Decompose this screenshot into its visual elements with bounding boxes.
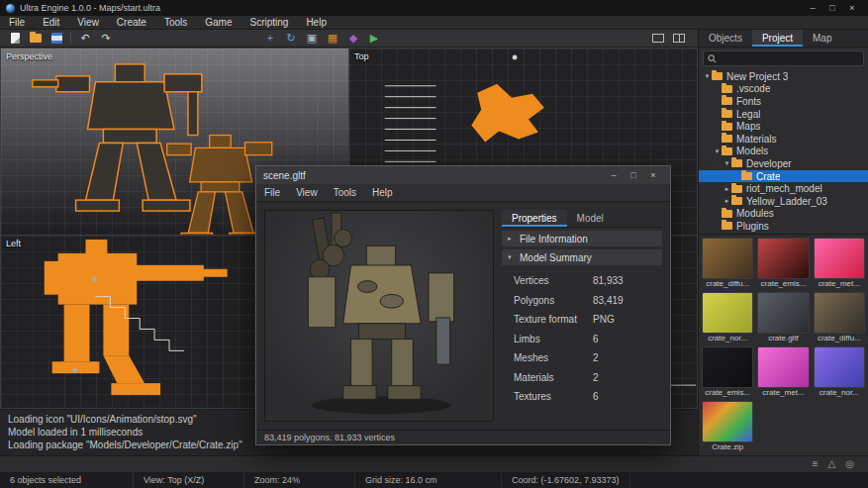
model-minimize-button[interactable]: – <box>604 170 624 180</box>
undo-button[interactable]: ↶ <box>76 31 94 47</box>
folder-icon <box>712 72 723 80</box>
search-input[interactable] <box>720 53 859 64</box>
tree-expand-icon[interactable]: ▾ <box>723 159 731 167</box>
redo-button[interactable]: ↷ <box>97 31 115 47</box>
property-value: 6 <box>593 391 599 402</box>
tree-item-crate[interactable]: Crate <box>699 170 868 183</box>
menu-tools[interactable]: Tools <box>155 16 196 30</box>
folder-icon <box>722 210 732 218</box>
material-editor-button[interactable]: ◆ <box>344 31 362 47</box>
tree-expand-icon[interactable]: ▸ <box>723 197 731 205</box>
section-model-summary[interactable]: ▾ Model Summary <box>502 249 662 265</box>
menu-scripting[interactable]: Scripting <box>241 16 297 30</box>
tree-item-label: riot_mech_model <box>746 183 822 194</box>
tree-item-riot-mech-model[interactable]: ▸ riot_mech_model <box>699 182 868 195</box>
model-menu-file[interactable]: File <box>256 186 288 200</box>
model-close-button[interactable]: × <box>643 170 663 180</box>
asset-crate-zip[interactable]: Crate.zip <box>702 401 753 452</box>
new-file-button[interactable] <box>6 31 24 47</box>
rotate-tool-button[interactable]: ↻ <box>282 31 300 47</box>
tree-item-modules[interactable]: Modules <box>699 208 868 221</box>
asset-thumbnail <box>814 238 865 279</box>
asset-crate-nor[interactable]: crate_nor... <box>814 346 865 398</box>
menu-edit[interactable]: Edit <box>34 16 68 30</box>
tree-item-developer[interactable]: ▾ Developer <box>699 157 868 170</box>
run-game-button[interactable]: ▶ <box>365 31 383 47</box>
app-icon <box>6 4 15 13</box>
folder-icon <box>731 197 742 205</box>
model-window-title-bar[interactable]: scene.gltf – □ × <box>256 166 670 184</box>
warnings-filter-icon[interactable]: △ <box>828 459 836 469</box>
menu-file[interactable]: File <box>0 16 34 30</box>
asset-crate-nor[interactable]: crate_nor... <box>702 292 753 343</box>
tree-item-vscode[interactable]: .vscode <box>699 83 868 96</box>
tree-item-label: Plugins <box>736 221 769 232</box>
menu-view[interactable]: View <box>68 16 108 30</box>
split-viewport-button[interactable] <box>670 31 688 47</box>
single-viewport-icon <box>652 34 664 43</box>
tree-expand-icon[interactable]: ▸ <box>723 185 731 193</box>
translate-tool-button[interactable]: + <box>261 31 279 47</box>
open-project-button[interactable] <box>27 31 45 47</box>
model-menu-tools[interactable]: Tools <box>326 186 364 200</box>
viewport-label-top: Top <box>354 51 369 61</box>
model-tab-properties[interactable]: Properties <box>502 210 567 227</box>
asset-label: crate_emis... <box>757 279 809 289</box>
toolbar: ↶↷ +↻▣▦◆▶ <box>0 30 698 48</box>
asset-crate-met[interactable]: crate_met... <box>757 346 809 398</box>
menu-help[interactable]: Help <box>297 16 336 30</box>
asset-crate-emis[interactable]: crate_emis... <box>702 346 753 398</box>
tree-expand-icon[interactable]: ▾ <box>703 72 712 80</box>
maximize-button[interactable]: □ <box>822 3 842 13</box>
tree-item-fonts[interactable]: Fonts <box>699 95 868 108</box>
model-window-tabs: PropertiesModel <box>502 210 662 228</box>
asset-label: crate_diffu... <box>702 279 753 289</box>
create-brush-button[interactable]: ▦ <box>324 31 341 47</box>
tree-item-legal[interactable]: Legal <box>699 108 868 121</box>
single-viewport-button[interactable] <box>649 31 667 47</box>
folder-icon <box>722 85 732 93</box>
search-box <box>703 50 864 66</box>
model-tab-model[interactable]: Model <box>567 210 614 227</box>
folder-icon <box>722 110 732 118</box>
tab-objects[interactable]: Objects <box>699 30 752 47</box>
model-maximize-button[interactable]: □ <box>624 170 643 180</box>
model-menu-help[interactable]: Help <box>364 186 401 200</box>
tree-item-plugins[interactable]: Plugins <box>699 220 868 233</box>
tree-item-materials[interactable]: Materials <box>699 133 868 146</box>
section-label: File Information <box>520 234 588 244</box>
property-value: PNG <box>593 314 615 325</box>
tree-item-models[interactable]: ▾ Models <box>699 146 868 158</box>
model-window-menu-bar: FileViewToolsHelp <box>256 184 670 202</box>
model-menu-view[interactable]: View <box>288 186 326 200</box>
console-menu-icon[interactable]: ≡ <box>813 459 819 469</box>
tab-map[interactable]: Map <box>803 30 841 47</box>
asset-thumbnail <box>757 346 809 388</box>
asset-crate-met[interactable]: crate_met... <box>814 238 865 289</box>
tree-item-new-project-3[interactable]: ▾ New Project 3 <box>699 70 868 83</box>
menu-game[interactable]: Game <box>196 16 241 30</box>
asset-crate-gltf[interactable]: crate.gltf <box>757 292 809 343</box>
scale-tool-button[interactable]: ▣ <box>303 31 321 47</box>
tab-project[interactable]: Project <box>752 30 803 47</box>
asset-crate-diffu[interactable]: crate_diffu... <box>814 292 865 343</box>
property-label: Texture format <box>514 314 593 325</box>
asset-thumbnail <box>702 346 753 388</box>
model-summary-rows: Vertices 81,933 Polygons 83,419 Texture … <box>502 265 662 407</box>
tree-item-maps[interactable]: Maps <box>699 120 868 133</box>
section-expand-icon: ▸ <box>508 235 516 243</box>
section-file-information[interactable]: ▸ File Information <box>502 231 662 246</box>
asset-crate-emis[interactable]: crate_emis... <box>757 238 809 289</box>
tree-expand-icon[interactable]: ▾ <box>713 147 722 155</box>
minimize-button[interactable]: – <box>803 3 822 13</box>
save-button[interactable] <box>48 31 65 47</box>
messages-filter-icon[interactable]: ◎ <box>845 459 854 469</box>
model-preview[interactable] <box>264 210 494 422</box>
menu-create[interactable]: Create <box>108 16 155 30</box>
close-button[interactable]: × <box>842 3 862 13</box>
asset-thumbnail <box>702 238 753 279</box>
tree-item-yellow-ladder-03[interactable]: ▸ Yellow_Ladder_03 <box>699 195 868 208</box>
asset-crate-diffu[interactable]: crate_diffu... <box>702 238 753 289</box>
asset-label: crate_emis... <box>702 388 753 398</box>
property-label: Meshes <box>514 352 593 363</box>
